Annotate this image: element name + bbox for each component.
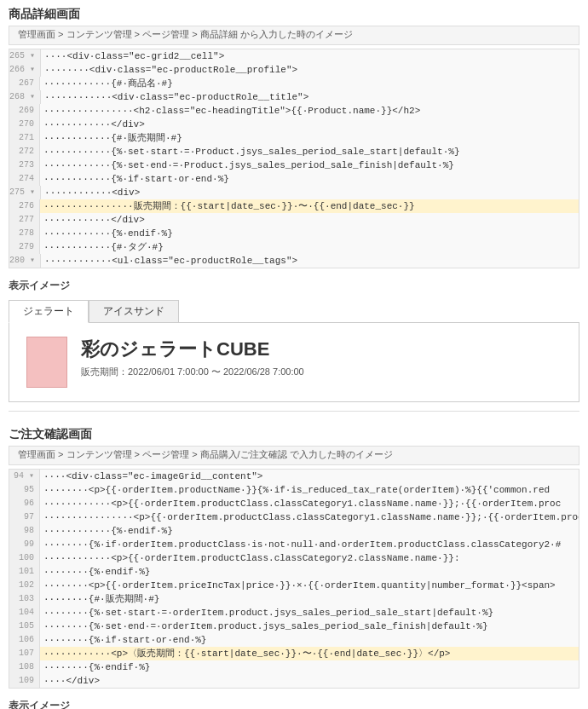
product-info: 彩のジェラートCUBE 販売期間：2022/06/01 7:00:00 〜 20… [81, 337, 304, 378]
product-preview: 彩のジェラートCUBE 販売期間：2022/06/01 7:00:00 〜 20… [9, 323, 579, 402]
product-name: 彩のジェラートCUBE [81, 337, 304, 362]
section1-code-block: 265 ▾····<div·class="ec-grid2__cell">266… [9, 49, 579, 268]
section1-breadcrumb: 管理画面 > コンテンツ管理 > ページ管理 > 商品詳細 から入力した時のイメ… [9, 26, 579, 45]
section2-display-label: 表示イメージ [0, 694, 588, 709]
section2-code-block: 94 ▾····<div·class="ec-imageGrid__conten… [9, 469, 579, 689]
section2-breadcrumb: 管理画面 > コンテンツ管理 > ページ管理 > 商品購入/ご注文確認 で入力し… [9, 446, 579, 465]
section1-title: 商品詳細画面 [0, 0, 588, 26]
product-tabs[interactable]: ジェラートアイスサンド [9, 300, 579, 323]
product-tab-1[interactable]: アイスサンド [89, 300, 179, 322]
sale-period: 販売期間：2022/06/01 7:00:00 〜 2022/06/28 7:0… [81, 366, 304, 378]
product-tab-0[interactable]: ジェラート [9, 300, 89, 323]
section1-display-label: 表示イメージ [0, 274, 588, 297]
section-divider [9, 411, 579, 412]
section2-title: ご注文確認画面 [0, 420, 588, 446]
product-image [26, 337, 67, 388]
